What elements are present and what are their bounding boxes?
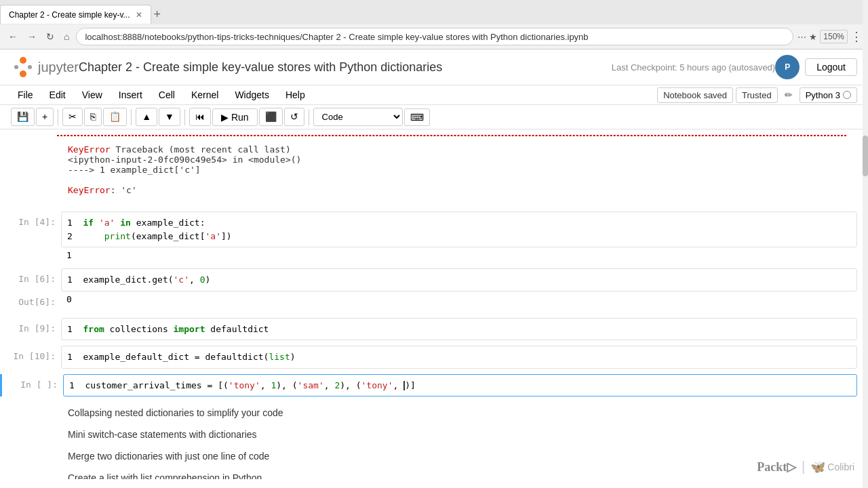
jupyter-header: jupyter Chapter 2 - Create simple key-va… [0, 49, 868, 85]
cell-in-empty-code: 1 customer_arrival_times = [('tony', 1),… [64, 375, 856, 396]
tab-title: Chapter 2 - Create simple key-v... [9, 10, 130, 20]
cell-in-empty-content[interactable]: 1 customer_arrival_times = [('tony', 1),… [63, 374, 857, 397]
cell-in10: In [10]: 1 example_default_dict = defaul… [0, 346, 868, 369]
cell-type-select[interactable]: Code Markdown Raw NBConvert [313, 108, 403, 126]
menu-icon[interactable]: ⋮ [850, 29, 863, 44]
url-input[interactable] [76, 28, 793, 45]
jupyter-logo: jupyter [11, 55, 79, 79]
step-button[interactable]: ⏮ [189, 108, 211, 126]
toolbar-separator-1 [58, 109, 58, 125]
forward-button[interactable]: → [24, 30, 39, 43]
checkpoint-info: Last Checkpoint: 5 hours ago (autosaved) [612, 62, 775, 73]
edit-pencil-icon[interactable]: ✏ [781, 87, 797, 102]
menu-file[interactable]: File [11, 87, 40, 103]
markdown-item-2: Mini switch-case statements with diction… [0, 424, 868, 445]
run-button[interactable]: ▶ Run [212, 108, 258, 126]
cell-in10-content[interactable]: 1 example_default_dict = defaultdict(lis… [61, 346, 857, 369]
move-up-button[interactable]: ▲ [136, 108, 157, 126]
toolbar-separator-2 [131, 109, 132, 125]
menu-insert[interactable]: Insert [112, 87, 149, 103]
save-button[interactable]: 💾 [11, 108, 35, 126]
move-down-button[interactable]: ▼ [159, 108, 180, 126]
markdown-item-1: Collapsing nested dictionaries to simpli… [0, 402, 868, 424]
output-in6-label: Out[6]: [0, 291, 61, 312]
menu-widgets[interactable]: Widgets [228, 87, 276, 103]
menu-kernel[interactable]: Kernel [184, 87, 225, 103]
output-in6-value: 0 [61, 291, 857, 312]
cell-in6-code: 1 example_dict.get('c', 0) [62, 269, 856, 291]
browser-actions: ⋯ ★ 150% ⋮ [797, 29, 863, 44]
cell-in9: In [9]: 1 from collections import defaul… [0, 318, 868, 341]
zoom-level: 150% [820, 30, 848, 43]
scrollbar-thumb[interactable] [863, 136, 868, 176]
cell-in9-content[interactable]: 1 from collections import defaultdict [61, 318, 857, 341]
cell-in10-label: In [10]: [0, 346, 61, 369]
output-in4-value: 1 [61, 247, 857, 263]
home-button[interactable]: ⌂ [61, 30, 72, 43]
menu-bar: File Edit View Insert Cell Kernel Widget… [0, 85, 868, 105]
copy-cell-button[interactable]: ⎘ [84, 108, 102, 126]
run-icon: ▶ [221, 112, 229, 123]
colibri-logo: 🦋 Colibri [810, 460, 854, 474]
notebook-title[interactable]: Chapter 2 - Create simple key-value stor… [79, 60, 604, 75]
run-label: Run [231, 112, 249, 123]
cell-in-empty: In [ ]: 1 customer_arrival_times = [('to… [0, 374, 868, 397]
tab-bar: Chapter 2 - Create simple key-v... ✕ + [0, 0, 868, 24]
new-tab-button[interactable]: + [154, 8, 161, 20]
cell-in6: In [6]: 1 example_dict.get('c', 0) [0, 268, 868, 291]
menu-cell[interactable]: Cell [152, 87, 182, 103]
add-cell-button[interactable]: + [36, 108, 54, 126]
notebook-saved-status: Notebook saved [657, 87, 733, 103]
kernel-info: Python 3 [800, 87, 857, 103]
error-message: KeyError: 'c' [68, 185, 137, 195]
tab-close-icon[interactable]: ✕ [136, 10, 142, 20]
svg-point-2 [14, 65, 18, 69]
logout-button[interactable]: Logout [805, 58, 857, 76]
scrollbar[interactable] [863, 0, 868, 488]
cell-in6-content[interactable]: 1 example_dict.get('c', 0) [61, 268, 857, 291]
back-button[interactable]: ← [5, 30, 20, 43]
paste-cell-button[interactable]: 📋 [103, 108, 127, 126]
extensions-icon[interactable]: ⋯ [797, 32, 806, 42]
svg-point-3 [28, 65, 32, 69]
header-right: P Logout [775, 55, 857, 79]
cell-in9-label: In [9]: [0, 318, 61, 341]
cut-cell-button[interactable]: ✂ [62, 108, 83, 126]
toolbar-separator-3 [184, 109, 185, 125]
trusted-button[interactable]: Trusted [736, 87, 778, 103]
svg-point-1 [20, 70, 26, 77]
interrupt-button[interactable]: ⬛ [259, 108, 283, 126]
markdown-item-3: Merge two dictionaries with just one lin… [0, 445, 868, 467]
output-in4: 1 [0, 247, 868, 263]
menu-help[interactable]: Help [279, 87, 312, 103]
error-arrow: ----> 1 example_dict['c'] [68, 165, 201, 175]
keyboard-shortcuts-button[interactable]: ⌨ [404, 108, 430, 126]
address-bar: ← → ↻ ⌂ ⋯ ★ 150% ⋮ [0, 24, 868, 49]
error-border [57, 135, 846, 136]
error-type: KeyError [68, 144, 111, 155]
markdown-item-4: Create a list with list comprehension in… [0, 467, 868, 479]
output-in4-label [0, 247, 61, 263]
toolbar: 💾 + ✂ ⎘ 📋 ▲ ▼ ⏮ ▶ Run ⬛ ↺ Code Markdown … [0, 105, 868, 129]
logo-divider: | [802, 459, 805, 474]
jupyter-text: jupyter [38, 60, 79, 75]
menu-edit[interactable]: Edit [43, 87, 73, 103]
active-tab[interactable]: Chapter 2 - Create simple key-v... ✕ [0, 5, 151, 24]
notebook-content: KeyError Traceback (most recent call las… [0, 129, 868, 479]
toolbar-separator-4 [309, 109, 309, 125]
error-output: KeyError Traceback (most recent call las… [0, 139, 857, 206]
output-in6: Out[6]: 0 [0, 291, 868, 312]
bottom-logos: Packt▷ | 🦋 Colibri [757, 459, 854, 474]
cell-in4-content[interactable]: 1 if 'a' in example_dict: 2 print(exampl… [61, 211, 857, 247]
cell-in9-code: 1 from collections import defaultdict [62, 319, 856, 340]
cell-in10-code: 1 example_default_dict = defaultdict(lis… [62, 346, 856, 368]
error-location: <ipython-input-2-0fc090c49e54> in <modul… [68, 155, 301, 165]
restart-button[interactable]: ↺ [284, 108, 304, 126]
refresh-button[interactable]: ↻ [43, 30, 57, 43]
packt-logo: Packt▷ [757, 460, 796, 474]
menu-view[interactable]: View [75, 87, 109, 103]
bookmark-icon[interactable]: ★ [809, 32, 817, 42]
cell-in4: In [4]: 1 if 'a' in example_dict: 2 prin… [0, 211, 868, 247]
cell-in4-label: In [4]: [0, 211, 61, 247]
kernel-status-circle [843, 91, 851, 99]
